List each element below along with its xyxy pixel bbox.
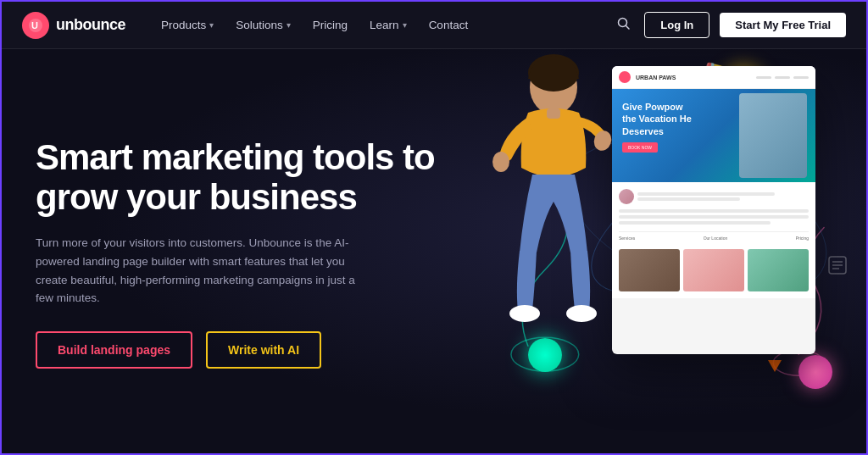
svg-rect-18 [547,108,560,119]
search-icon[interactable] [614,14,634,37]
deco-pink-ball [798,355,832,389]
build-landing-pages-button[interactable]: Build landing pages [36,331,192,369]
mock-dog-image [739,93,807,178]
svg-point-16 [509,305,540,322]
login-button[interactable]: Log In [644,12,709,38]
mock-nav-dot [793,76,809,79]
navbar: U unbounce Products ▾ Solutions ▾ Pricin… [2,2,866,49]
mock-card-3 [748,249,809,291]
hero-section: Smart marketing tools to grow your busin… [2,49,866,455]
chevron-down-icon: ▾ [287,20,291,30]
mock-nav-location: Our Location [704,236,728,241]
nav-item-products[interactable]: Products ▾ [153,14,222,36]
svg-text:U: U [31,20,38,31]
mock-nav-dot [775,76,790,79]
svg-point-14 [492,152,509,172]
mock-card-text [748,249,809,252]
nav-links: Products ▾ Solutions ▾ Pricing Learn ▾ C… [153,14,614,36]
hero-person-figure [477,49,672,397]
trial-button[interactable]: Start My Free Trial [720,13,846,37]
nav-item-learn[interactable]: Learn ▾ [361,14,415,36]
nav-right: Log In Start My Free Trial [614,12,846,38]
chevron-down-icon: ▾ [403,20,407,30]
mock-nav-pricing: Pricing [796,236,809,241]
logo[interactable]: U unbounce [22,12,125,39]
logo-text: unbounce [56,16,125,34]
hero-left: Smart marketing tools to grow your busin… [2,120,477,385]
svg-point-17 [566,305,597,322]
chevron-down-icon: ▾ [209,20,214,30]
mock-card-2 [683,249,744,291]
hero-description: Turn more of your visitors into customer… [36,234,375,307]
svg-line-3 [626,25,630,29]
write-with-ai-button[interactable]: Write with AI [206,331,321,369]
hero-right: ✏️ URBAN PAWS [477,49,866,455]
deco-triangle [768,360,782,372]
hero-heading: Smart marketing tools to grow your busin… [36,137,457,217]
nav-item-solutions[interactable]: Solutions ▾ [227,14,299,36]
mock-dog-silhouette [739,93,807,178]
edit-icon [826,253,849,282]
logo-icon: U [22,12,49,39]
hero-buttons: Build landing pages Write with AI [36,331,457,369]
nav-item-pricing[interactable]: Pricing [304,14,356,36]
mock-nav-dot [756,76,771,79]
mock-nav-dots [756,76,809,79]
mock-card-text [683,249,744,252]
nav-item-contact[interactable]: Contact [420,14,477,36]
page-wrapper: U unbounce Products ▾ Solutions ▾ Pricin… [0,0,868,455]
